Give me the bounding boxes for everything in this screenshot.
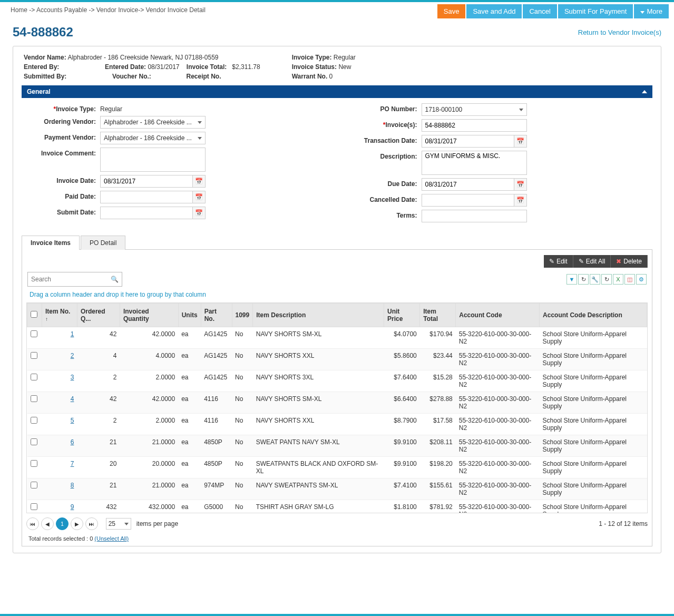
pager-first[interactable]: ⏮: [26, 517, 39, 530]
item-total: $198.20: [420, 457, 456, 478]
filter-icon[interactable]: ▼: [566, 274, 577, 285]
delete-button[interactable]: ✖Delete: [611, 255, 648, 268]
tab-po-detail[interactable]: PO Detail: [81, 236, 125, 250]
account-code: 55-3220-610-000-30-000-N2: [456, 414, 540, 435]
transaction-date-input[interactable]: [422, 135, 514, 148]
col-ordered-qty[interactable]: Ordered Q...: [77, 304, 120, 327]
terms-input[interactable]: [422, 210, 527, 222]
pager-prev[interactable]: ◀: [41, 517, 54, 530]
edit-button[interactable]: ✎Edit: [544, 255, 573, 268]
ordered-qty: 21: [77, 435, 120, 457]
submit-date-input[interactable]: [100, 207, 193, 219]
item-no-link[interactable]: 6: [45, 438, 74, 446]
due-date-input[interactable]: [422, 178, 514, 191]
save-button[interactable]: Save: [437, 4, 466, 18]
calendar-icon[interactable]: 📅: [514, 194, 527, 207]
account-code-desc: School Store Uniform-Apparel Supply: [540, 435, 647, 457]
reload-icon[interactable]: ↻: [601, 274, 612, 285]
pdf-icon[interactable]: ◫: [624, 274, 635, 285]
wrench-icon[interactable]: 🔧: [590, 274, 600, 285]
col-account-code-desc[interactable]: Account Code Description: [540, 304, 647, 327]
row-checkbox[interactable]: [31, 330, 37, 337]
invoices-input[interactable]: [422, 119, 527, 132]
cancel-button[interactable]: Cancel: [523, 4, 556, 18]
edit-all-button[interactable]: ✎Edit All: [573, 255, 611, 268]
po-number-select[interactable]: 1718-000100: [422, 103, 527, 116]
table-row: 9 432 432.0000 ea G5000 No TSHIRT ASH GR…: [27, 500, 647, 514]
refresh-icon[interactable]: ↻: [578, 274, 589, 285]
row-checkbox[interactable]: [31, 460, 37, 467]
crumb-home[interactable]: Home: [11, 6, 27, 14]
cancelled-date-input[interactable]: [422, 194, 514, 207]
row-checkbox[interactable]: [31, 417, 37, 424]
calendar-icon[interactable]: 📅: [514, 178, 527, 191]
col-account-code[interactable]: Account Code: [456, 304, 540, 327]
item-no-link[interactable]: 1: [45, 330, 74, 338]
tab-invoice-items[interactable]: Invoice Items: [22, 236, 80, 250]
units: ea: [178, 327, 201, 349]
payment-vendor-select[interactable]: Alphabroder - 186 Creekside ...: [100, 132, 206, 144]
pager-next[interactable]: ▶: [71, 517, 83, 530]
invoice-status-label: Invoice Status:: [292, 63, 337, 71]
item-no-link[interactable]: 7: [45, 460, 74, 467]
col-units[interactable]: Units: [178, 304, 201, 327]
item-no-link[interactable]: 9: [45, 503, 74, 511]
crumb-vi[interactable]: Vendor Invoice: [96, 6, 138, 14]
pager-page-1[interactable]: 1: [56, 517, 69, 530]
more-button[interactable]: More: [634, 4, 669, 18]
unselect-all-link[interactable]: (Unselect All): [94, 535, 129, 542]
table-row: 5 2 2.0000 ea 4116 No NAVY SHORTS XXL $8…: [27, 414, 647, 435]
col-item-total[interactable]: Item Total: [420, 304, 456, 327]
col-1099[interactable]: 1099: [232, 304, 253, 327]
search-input[interactable]: [31, 276, 111, 283]
select-all-checkbox[interactable]: [31, 311, 37, 318]
invoice-comment-input[interactable]: [100, 148, 206, 172]
col-unit-price[interactable]: Unit Price: [384, 304, 420, 327]
vendor-name-value: Alphabroder - 186 Creekside Newark, NJ 0…: [67, 54, 218, 61]
calendar-icon[interactable]: 📅: [193, 175, 206, 188]
item-no-link[interactable]: 5: [45, 417, 74, 424]
entered-date-value: 08/31/2017: [148, 63, 179, 71]
save-and-add-button[interactable]: Save and Add: [466, 4, 522, 18]
c1099: No: [232, 349, 253, 370]
account-code-desc: School Store Uniform-Apparel Supply: [540, 370, 647, 392]
paid-date-input[interactable]: [100, 191, 193, 203]
calendar-icon[interactable]: 📅: [514, 135, 527, 148]
col-item-desc[interactable]: Item Description: [253, 304, 384, 327]
calendar-icon[interactable]: 📅: [193, 207, 206, 219]
part-no: G5000: [201, 500, 232, 514]
page-size-select[interactable]: 25: [106, 518, 131, 530]
col-part-no[interactable]: Part No.: [201, 304, 232, 327]
return-link[interactable]: Return to Vendor Invoice(s): [578, 28, 661, 36]
gear-icon[interactable]: ⚙: [636, 274, 647, 285]
pager-last[interactable]: ⏭: [85, 517, 98, 530]
calendar-icon[interactable]: 📅: [193, 191, 206, 203]
row-checkbox[interactable]: [31, 482, 37, 488]
invoice-date-input[interactable]: [100, 175, 193, 188]
row-checkbox[interactable]: [31, 395, 37, 402]
form-invoice-date-label: Invoice Date:: [24, 175, 100, 184]
row-checkbox[interactable]: [31, 438, 37, 445]
search-icon[interactable]: 🔍: [111, 276, 119, 283]
ordering-vendor-select[interactable]: Alphabroder - 186 Creekside ...: [100, 116, 206, 129]
row-checkbox[interactable]: [31, 374, 37, 380]
item-no-link[interactable]: 8: [45, 482, 74, 489]
row-checkbox[interactable]: [31, 352, 37, 359]
crumb-ap[interactable]: Accounts Payable: [36, 6, 87, 14]
description-input[interactable]: GYM UNIFORMS & MISC.: [422, 151, 527, 175]
item-no-link[interactable]: 4: [45, 395, 74, 403]
item-no-link[interactable]: 3: [45, 374, 74, 381]
col-invoiced-qty[interactable]: Invoiced Quantity: [120, 304, 178, 327]
row-checkbox[interactable]: [31, 503, 37, 510]
col-item-no[interactable]: Item No. ↑: [42, 304, 77, 327]
part-no: 4116: [201, 414, 232, 435]
unit-price: $8.7900: [384, 414, 420, 435]
submit-for-payment-button[interactable]: Submit For Payment: [558, 4, 633, 18]
section-general-header[interactable]: General: [22, 85, 652, 98]
action-bar: Save Save and Add Cancel Submit For Paym…: [437, 4, 669, 18]
excel-icon[interactable]: X: [613, 274, 623, 285]
item-desc: NAVY SHORTS 3XL: [253, 370, 384, 392]
group-hint[interactable]: Drag a column header and drop it here to…: [26, 287, 648, 302]
item-no-link[interactable]: 2: [45, 352, 74, 359]
c1099: No: [232, 392, 253, 414]
